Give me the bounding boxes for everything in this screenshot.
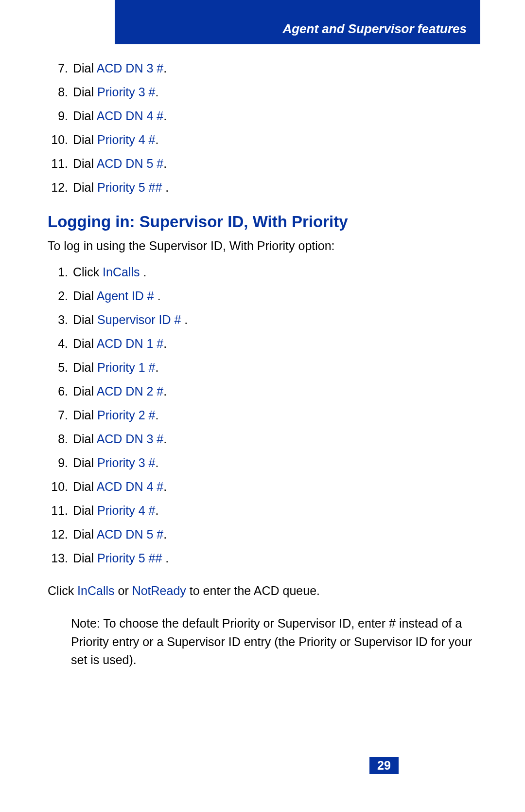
page-number: 29 [369,757,399,774]
list-link: Priority 2 # [97,408,155,422]
list-body: Dial Priority 4 #. [73,130,158,149]
list-body: Dial Priority 3 #. [73,82,158,102]
list-suffix: . [156,408,159,422]
list-number: 2. [48,286,73,306]
list-number: 12. [48,178,73,197]
list-item: 11.Dial Priority 4 #. [48,501,480,520]
list-number: 9. [48,106,73,126]
list-number: 11. [48,154,73,173]
link-incalls: InCalls [77,584,114,597]
list-suffix: . [156,504,159,517]
list-body: Dial ACD DN 5 #. [73,154,167,173]
list-body: Dial ACD DN 1 #. [73,334,167,353]
list-body: Dial ACD DN 3 #. [73,429,167,449]
list-body: Dial ACD DN 5 #. [73,524,167,544]
list-item: 2.Dial Agent ID # . [48,286,480,306]
list-body: Dial Supervisor ID # . [73,310,188,329]
list-suffix: . [181,313,188,326]
list-item: 1.Click InCalls . [48,262,480,282]
section-heading: Logging in: Supervisor ID, With Priority [48,213,480,231]
list-link: Priority 4 # [97,504,155,517]
list-number: 12. [48,524,73,544]
list-link: InCalls [103,265,140,279]
list-prefix: Dial [73,289,97,303]
list-link: ACD DN 5 # [97,157,164,170]
list-number: 1. [48,262,73,282]
list-number: 9. [48,453,73,472]
list-body: Dial Priority 2 #. [73,405,158,425]
list-item: 3.Dial Supervisor ID # . [48,310,480,329]
list-number: 8. [48,429,73,449]
list-prefix: Dial [73,337,97,350]
list-item: 9.Dial Priority 3 #. [48,453,480,472]
list-body: Dial Priority 3 #. [73,453,158,472]
list-body: Dial ACD DN 4 #. [73,106,167,126]
list-item: 12.Dial Priority 5 ## . [48,178,480,197]
list-number: 8. [48,82,73,102]
list-link: ACD DN 3 # [97,432,164,446]
sentence-pre: Click [48,584,77,597]
list-item: 9.Dial ACD DN 4 #. [48,106,480,126]
list-suffix: . [163,432,167,446]
list-item: 8.Dial Priority 3 #. [48,82,480,102]
list-item: 7.Dial Priority 2 #. [48,405,480,425]
list-suffix: . [162,551,169,565]
sentence-mid: or [115,584,132,597]
list-prefix: Click [73,265,103,279]
list-suffix: . [156,361,159,374]
list-number: 4. [48,334,73,353]
list-number: 10. [48,130,73,149]
list-number: 6. [48,381,73,401]
list-link: ACD DN 5 # [97,527,164,541]
list-suffix: . [163,157,167,170]
list-number: 13. [48,548,73,568]
list-item: 7.Dial ACD DN 3 #. [48,58,480,78]
list-body: Dial Priority 1 #. [73,358,158,377]
list-link: Priority 3 # [97,85,155,99]
section-intro: To log in using the Supervisor ID, With … [48,237,480,255]
list-body: Dial ACD DN 2 #. [73,381,167,401]
list-body: Click InCalls . [73,262,146,282]
list-suffix: . [163,527,167,541]
list-steps: 1.Click InCalls .2.Dial Agent ID # .3.Di… [48,262,480,568]
list-prefix: Dial [73,157,97,170]
list-prefix: Dial [73,551,97,565]
list-link: Agent ID # [97,289,154,303]
content-area: 7.Dial ACD DN 3 #.8.Dial Priority 3 #.9.… [48,58,480,669]
list-prefix: Dial [73,504,97,517]
list-body: Dial ACD DN 4 #. [73,477,167,496]
list-prefix: Dial [73,180,97,194]
list-body: Dial Priority 4 #. [73,501,158,520]
header-title: Agent and Supervisor features [282,21,467,36]
list-suffix: . [156,133,159,146]
list-item: 10.Dial ACD DN 4 #. [48,477,480,496]
list-link: ACD DN 4 # [97,480,164,493]
note-text: Note: To choose the default Priority or … [71,614,480,669]
list-suffix: . [156,85,159,99]
list-prefix: Dial [73,313,97,326]
list-number: 3. [48,310,73,329]
list-suffix: . [163,480,167,493]
list-link: Supervisor ID # [97,313,181,326]
list-number: 10. [48,477,73,496]
list-suffix: . [162,180,169,194]
list-prefix: Dial [73,361,97,374]
list-prefix: Dial [73,408,97,422]
list-body: Dial ACD DN 3 #. [73,58,167,78]
list-prefix: Dial [73,61,97,75]
list-prefix: Dial [73,133,97,146]
list-number: 7. [48,405,73,425]
list-suffix: . [163,61,167,75]
list-item: 11.Dial ACD DN 5 #. [48,154,480,173]
list-item: 6.Dial ACD DN 2 #. [48,381,480,401]
list-continued: 7.Dial ACD DN 3 #.8.Dial Priority 3 #.9.… [48,58,480,197]
list-suffix: . [154,289,161,303]
list-item: 5.Dial Priority 1 #. [48,358,480,377]
list-link: ACD DN 2 # [97,384,164,398]
list-prefix: Dial [73,432,97,446]
list-item: 13.Dial Priority 5 ## . [48,548,480,568]
list-number: 5. [48,358,73,377]
list-item: 8.Dial ACD DN 3 #. [48,429,480,449]
link-notready: NotReady [132,584,186,597]
list-body: Dial Priority 5 ## . [73,548,169,568]
